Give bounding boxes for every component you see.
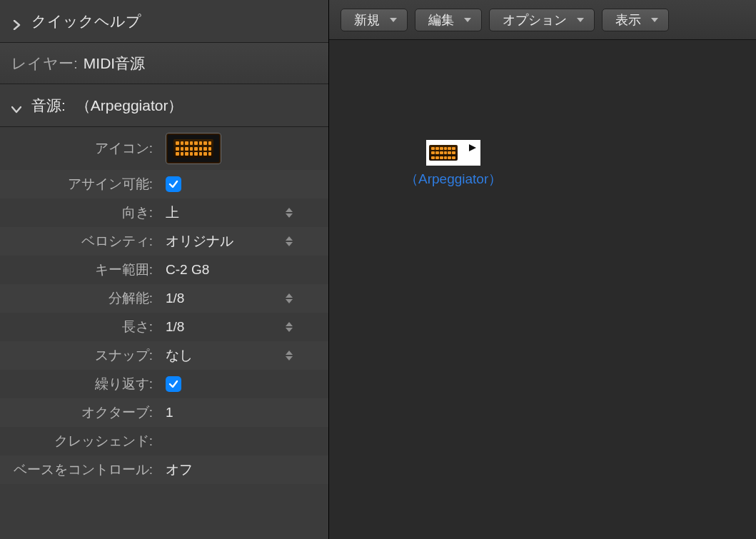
direction-select[interactable]: 上 [158,198,328,227]
button-label: 表示 [615,11,641,29]
layer-row[interactable]: レイヤー: MIDI音源 [0,43,328,84]
prop-label: ベロシティ: [0,232,158,251]
ctrlbase-select[interactable]: オフ [158,455,328,484]
edit-menu-button[interactable]: 編集 [415,9,482,31]
chevron-down-icon [390,18,397,22]
instrument-header-label: 音源: [31,96,66,116]
node-label: （Arpeggiator） [405,170,502,188]
environment-toolbar: 新規 編集 オプション 表示 [329,0,756,40]
prop-row-length: 長さ: 1/8 [0,313,328,341]
length-select[interactable]: 1/8 [158,313,328,341]
prop-row-ctrlbase: ベースをコントロール: オフ [0,455,328,484]
prop-row-snap: スナップ: なし [0,341,328,370]
property-list: アイコン: アサイン可能: 向き: [0,127,328,484]
stepper-icon [286,293,293,303]
instrument-header-value: （Arpeggiator） [76,96,183,116]
prop-row-assignable: アサイン可能: [0,170,328,198]
prop-row-keyrange: キー範囲: C-2 G8 [0,256,328,284]
check-icon [168,179,178,189]
chevron-down-icon [464,18,471,22]
crescendo-field[interactable] [158,427,328,455]
prop-label: アイコン: [0,139,158,158]
prop-label: キー範囲: [0,261,158,279]
stepper-icon [286,208,293,218]
prop-value-text: なし [166,346,193,365]
resolution-select[interactable]: 1/8 [158,284,328,313]
layer-value: MIDI音源 [84,54,145,74]
assignable-checkbox[interactable] [166,176,181,192]
button-label: オプション [503,11,567,29]
arpeggiator-node[interactable]: （Arpeggiator） [405,140,502,188]
prop-row-icon: アイコン: [0,127,328,170]
new-menu-button[interactable]: 新規 [341,9,408,31]
button-label: 編集 [428,11,454,29]
stepper-icon [286,322,293,332]
chevron-down-icon [577,18,584,22]
view-menu-button[interactable]: 表示 [602,9,669,31]
velocity-select[interactable]: オリジナル [158,227,328,256]
instrument-header[interactable]: 音源: （Arpeggiator） [0,84,328,127]
node-box[interactable] [426,140,480,166]
chevron-down-icon [651,18,658,22]
prop-label: 長さ: [0,318,158,336]
inspector-panel: クイックヘルプ レイヤー: MIDI音源 音源: （Arpeggiator） ア… [0,0,329,539]
check-icon [168,379,178,389]
stepper-icon [286,351,293,361]
quick-help-label: クイックヘルプ [31,11,141,31]
prop-label: アサイン可能: [0,175,158,193]
prop-row-velocity: ベロシティ: オリジナル [0,227,328,256]
chevron-right-icon [11,16,21,26]
prop-row-resolution: 分解能: 1/8 [0,284,328,313]
instrument-icon-picker[interactable] [166,133,221,164]
prop-row-direction: 向き: 上 [0,198,328,227]
chevron-down-icon [11,101,21,111]
quick-help-header[interactable]: クイックヘルプ [0,0,328,43]
output-port-icon[interactable] [468,143,478,153]
prop-label: 向き: [0,203,158,222]
prop-label: クレッシェンド: [0,432,158,450]
prop-value-text: 1 [166,405,173,420]
prop-value-text: 上 [166,203,179,222]
prop-value-text: オフ [166,460,193,479]
prop-value-text: C-2 G8 [166,262,209,278]
prop-label: 繰り返す: [0,375,158,393]
options-menu-button[interactable]: オプション [489,9,595,31]
stepper-icon [286,236,293,246]
keyboard-icon [429,145,458,161]
prop-value-text: オリジナル [166,232,233,251]
keyboard-icon [173,139,213,158]
prop-label: オクターブ: [0,403,158,422]
button-label: 新規 [354,11,380,29]
snap-select[interactable]: なし [158,341,328,370]
octave-field[interactable]: 1 [158,398,328,427]
keyrange-field[interactable]: C-2 G8 [158,256,328,284]
repeat-checkbox[interactable] [166,376,181,392]
prop-value-text: 1/8 [166,319,184,335]
prop-label: 分解能: [0,289,158,308]
layer-label: レイヤー: [11,54,78,74]
environment-canvas[interactable]: （Arpeggiator） [329,40,756,539]
environment-panel: 新規 編集 オプション 表示 [329,0,756,539]
prop-label: ベースをコントロール: [0,460,158,479]
prop-row-octave: オクターブ: 1 [0,398,328,427]
prop-value-text: 1/8 [166,291,184,306]
prop-label: スナップ: [0,346,158,365]
prop-row-repeat: 繰り返す: [0,370,328,398]
prop-row-crescendo: クレッシェンド: [0,427,328,455]
